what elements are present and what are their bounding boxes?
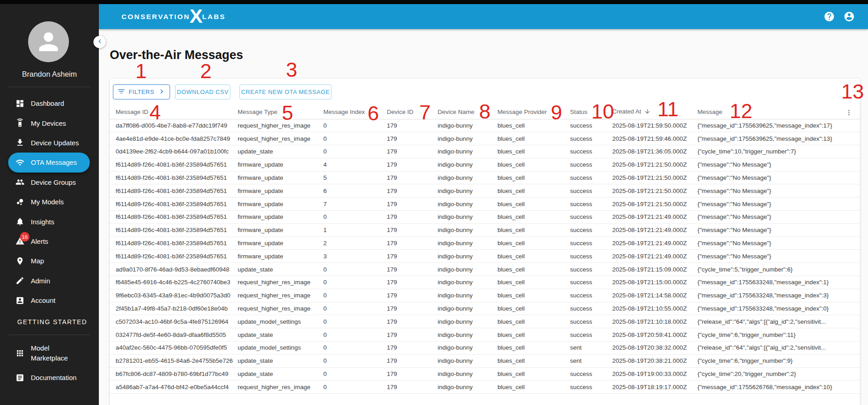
column-header-device-name[interactable]: Device Name [438, 105, 497, 119]
table-cell: request_higher_res_image [238, 302, 323, 315]
sidebar-collapse-button[interactable] [93, 36, 106, 48]
table-cell: 179 [387, 315, 438, 328]
table-cell: indigo-bunny [438, 158, 497, 171]
column-header-message-type[interactable]: Message Type [238, 105, 323, 119]
table-row[interactable]: b67fc806-dc87-4809-b780-69bf1d77bc49upda… [110, 367, 860, 380]
table-cell: 2 [323, 237, 387, 250]
table-cell: b67fc806-dc87-4809-b780-69bf1d77bc49 [110, 367, 238, 380]
sidebar-item-account[interactable]: Account [0, 291, 99, 310]
sidebar-item-dashboard[interactable]: Dashboard [0, 94, 99, 113]
table-cell: 179 [387, 211, 438, 224]
table-cell: 2f45b1a7-49f8-45a7-b218-0df60e18e04b [110, 302, 238, 315]
table-cell: 179 [387, 341, 438, 355]
table-cell: 179 [387, 250, 438, 263]
column-header-message-index[interactable]: Message Index [323, 105, 387, 119]
sidebar-item-map[interactable]: Map [0, 251, 99, 271]
sidebar-item-insights[interactable]: Insights [0, 212, 99, 231]
table-cell: success [570, 132, 612, 145]
table-cell: indigo-bunny [438, 211, 497, 224]
sidebar-item-ota-messages[interactable]: OTA Messages [8, 153, 90, 172]
table-row[interactable]: f6114d89-f26c-4081-b36f-235894d57651firm… [110, 211, 860, 224]
sidebar-item-alerts[interactable]: 16Alerts [0, 232, 99, 251]
filter-list-icon [117, 87, 126, 97]
sidebar-item-documentation[interactable]: Documentation [0, 366, 99, 389]
table-cell: indigo-bunny [438, 132, 497, 145]
filters-button[interactable]: FILTERS [113, 84, 170, 99]
table-row[interactable]: a5486ab7-a7a4-476d-bf42-e0be5a44ccf4requ… [110, 380, 860, 394]
table-row[interactable]: a40af2ec-560c-4475-96bb-070595dfe0f5upda… [110, 341, 860, 355]
table-row[interactable]: 4ae4e81d-e9de-41ce-bc0e-fda8257c7849requ… [110, 132, 860, 145]
table-row[interactable]: c5072034-ac10-46bf-9c5a-4fe875126964upda… [110, 315, 860, 328]
table-cell: sent [570, 354, 612, 367]
column-header-created-at[interactable]: Created At [612, 105, 697, 119]
table-cell: f6114d89-f26c-4081-b36f-235894d57651 [110, 198, 238, 211]
table-row[interactable]: f6114d89-f26c-4081-b36f-235894d57651firm… [110, 250, 860, 263]
column-header-device-id[interactable]: Device ID [387, 105, 438, 119]
help-icon [824, 11, 835, 22]
table-cell: {"message_id":1755626768,"message_index"… [697, 380, 860, 394]
table-cell: 9f6ebc03-6345-43a9-81ec-4b9d0075a3d0 [110, 289, 238, 302]
table-cell: 0 [323, 211, 387, 224]
table-cell: indigo-bunny [438, 237, 497, 250]
sidebar-item-admin[interactable]: Admin [0, 271, 99, 291]
create-ota-message-button[interactable]: CREATE NEW OTA MESSAGE [239, 84, 332, 99]
table-row[interactable]: 2f45b1a7-49f8-45a7-b218-0df60e18e04brequ… [110, 302, 860, 315]
column-header-message[interactable]: Message [697, 105, 860, 119]
table-cell: update_state [238, 328, 323, 341]
table-row[interactable]: f6114d89-f26c-4081-b36f-235894d57651firm… [110, 158, 860, 171]
download-csv-button[interactable]: DOWNLOAD CSV [175, 84, 230, 99]
table-cell: success [570, 158, 612, 171]
table-cell: blues_cell [497, 354, 570, 367]
table-row[interactable]: 9f6ebc03-6345-43a9-81ec-4b9d0075a3d0requ… [110, 289, 860, 302]
table-cell: 0 [323, 132, 387, 145]
sidebar-item-model-marketplace[interactable]: Model Marketplace [0, 340, 99, 366]
table-row[interactable]: 0d4139ee-2f62-4cb9-b644-097a01b100fcupda… [110, 145, 860, 158]
sidebar-item-device-groups[interactable]: Device Groups [0, 173, 99, 192]
table-cell: 0 [323, 263, 387, 276]
table-cell: success [570, 198, 612, 211]
table-cell: 179 [387, 132, 438, 145]
table-cell: 179 [387, 184, 438, 198]
table-cell: indigo-bunny [438, 223, 497, 237]
table-cell: f6114d89-f26c-4081-b36f-235894d57651 [110, 184, 238, 198]
table-cell: 0 [323, 328, 387, 341]
help-button[interactable] [824, 11, 835, 22]
table-cell: update_state [238, 145, 323, 158]
sidebar-item-label: Insights [31, 218, 54, 226]
bell-icon [15, 217, 24, 226]
table-cell: {"message_id":1755639625,"message_index"… [697, 119, 860, 132]
sidebar-item-label: Admin [31, 277, 50, 285]
table-row[interactable]: da7ff086-d005-4be7-8ab8-e77ddc19f749requ… [110, 119, 860, 132]
table-cell: firmware_update [238, 171, 323, 184]
table-cell: 2025-08-19T21:21:49.000Z [612, 237, 697, 250]
table-cell: 2025-08-19T21:21:50.000Z [612, 184, 697, 198]
column-header-status[interactable]: Status [570, 105, 612, 119]
alerts-badge: 16 [20, 232, 29, 242]
table-cell: indigo-bunny [438, 184, 497, 198]
table-cell: f6485e45-6916-4c46-b225-4c2760740be3 [110, 276, 238, 289]
account-menu-button[interactable] [844, 11, 855, 22]
table-cell: indigo-bunny [438, 145, 497, 158]
sidebar-item-device-updates[interactable]: Device Updates [0, 133, 99, 153]
table-cell: da7ff086-d005-4be7-8ab8-e77ddc19f749 [110, 119, 238, 132]
table-cell: blues_cell [497, 367, 570, 380]
sidebar-item-my-devices[interactable]: My Devices [0, 113, 99, 133]
table-cell: {"release_id":"64","algs":[{"alg_id":2,"… [697, 315, 860, 328]
sidebar-item-my-models[interactable]: My Models [0, 192, 99, 212]
table-cell: indigo-bunny [438, 171, 497, 184]
table-row[interactable]: f6485e45-6916-4c46-b225-4c2760740be3requ… [110, 276, 860, 289]
column-header-message-id[interactable]: Message ID [110, 105, 238, 119]
table-row[interactable]: f6114d89-f26c-4081-b36f-235894d57651firm… [110, 237, 860, 250]
table-row[interactable]: b2781201-eb55-4615-84a6-2e4755b5e726upda… [110, 354, 860, 367]
table-row[interactable]: f6114d89-f26c-4081-b36f-235894d57651firm… [110, 171, 860, 184]
table-row[interactable]: ad9a0170-8f76-46ad-9d53-8ebaedf60948upda… [110, 263, 860, 276]
column-header-message-provider[interactable]: Message Provider [497, 105, 570, 119]
table-row[interactable]: f6114d89-f26c-4081-b36f-235894d57651firm… [110, 198, 860, 211]
download-csv-label: DOWNLOAD CSV [177, 89, 229, 95]
table-row[interactable]: f6114d89-f26c-4081-b36f-235894d57651firm… [110, 223, 860, 237]
table-cell: {"message_id":1755633248,"message_index"… [697, 302, 860, 315]
table-row[interactable]: f6114d89-f26c-4081-b36f-235894d57651firm… [110, 184, 860, 198]
table-row[interactable]: 032477fd-de5f-4e60-8da9-dfaa6f8d5505upda… [110, 328, 860, 341]
table-cell: update_state [238, 354, 323, 367]
table-cell: 2025-08-19T19:00:33.000Z [612, 367, 697, 380]
